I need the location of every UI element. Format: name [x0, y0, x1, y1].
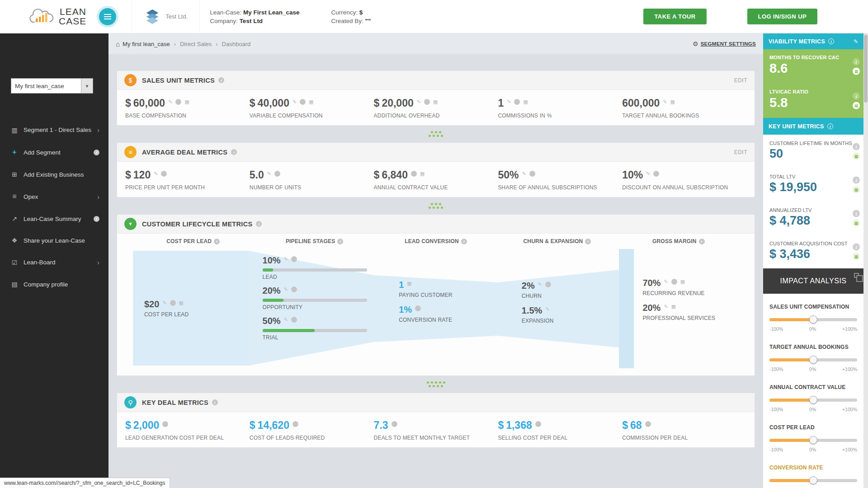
drag-handle[interactable] [422, 203, 449, 209]
info-icon[interactable] [291, 286, 297, 292]
slider-thumb[interactable] [809, 315, 817, 324]
sidebar-item-share-lean-case[interactable]: Share your Lean-Case [0, 230, 108, 251]
sidebar-item-add-existing-business[interactable]: Add Existing Business [0, 164, 108, 185]
sidebar-item-lean-board[interactable]: Lean-Board [0, 251, 108, 273]
cost-per-lead-slider[interactable] [769, 435, 857, 445]
pencil-icon[interactable] [284, 256, 288, 262]
chart-icon[interactable] [853, 220, 860, 227]
info-icon[interactable] [218, 77, 224, 83]
chart-icon[interactable] [680, 279, 685, 285]
chart-icon[interactable] [420, 171, 425, 177]
info-icon[interactable] [292, 421, 298, 427]
lean-case-select[interactable]: My first lean_case [11, 78, 93, 94]
sidebar-item-lean-case-summary[interactable]: Lean-Case Summary [0, 208, 108, 230]
info-icon[interactable] [645, 421, 651, 427]
take-a-tour-button[interactable]: TAKE A TOUR [643, 9, 706, 24]
info-icon[interactable] [514, 99, 520, 105]
chart-icon[interactable] [184, 99, 189, 105]
pencil-icon[interactable] [538, 282, 542, 287]
info-icon[interactable]: i [853, 177, 860, 184]
info-icon[interactable] [828, 38, 834, 44]
chart-icon[interactable] [671, 304, 676, 310]
pencil-icon[interactable] [646, 171, 650, 177]
info-icon[interactable] [535, 421, 541, 427]
info-icon[interactable] [214, 239, 220, 244]
info-icon[interactable] [94, 216, 99, 222]
annual-contract-value-slider[interactable] [769, 395, 857, 405]
info-icon[interactable] [411, 171, 417, 177]
pencil-icon[interactable] [417, 99, 421, 105]
target-annual-bookings-slider[interactable] [769, 355, 857, 365]
pencil-icon[interactable] [168, 99, 172, 105]
pencil-icon[interactable] [664, 304, 668, 310]
info-icon[interactable] [231, 149, 237, 155]
info-icon[interactable] [415, 305, 421, 311]
chart-icon[interactable] [853, 68, 860, 75]
pencil-icon[interactable] [664, 279, 668, 285]
info-icon[interactable]: i [853, 93, 860, 100]
pencil-icon[interactable] [545, 306, 549, 312]
chart-icon[interactable] [853, 253, 860, 260]
info-icon[interactable]: i [853, 143, 860, 150]
info-icon[interactable] [653, 171, 659, 177]
info-icon[interactable] [94, 150, 99, 155]
info-icon[interactable] [585, 239, 591, 244]
pencil-icon[interactable] [663, 99, 667, 105]
home-icon[interactable] [116, 40, 120, 48]
layers-icon[interactable] [854, 273, 859, 278]
sidebar-item-company-profile[interactable]: Company profile [0, 273, 108, 295]
chart-icon[interactable] [407, 281, 411, 286]
chart-icon[interactable] [670, 99, 675, 105]
sales-unit-compensation-slider[interactable] [769, 314, 857, 324]
slider-thumb[interactable] [809, 396, 817, 404]
pencil-icon[interactable] [267, 171, 271, 177]
pencil-icon[interactable] [292, 99, 297, 105]
edit-button[interactable]: EDIT [734, 77, 747, 84]
info-icon[interactable] [175, 99, 181, 105]
info-icon[interactable] [529, 171, 535, 177]
info-icon[interactable] [256, 221, 262, 227]
scrollbar-thumb[interactable] [864, 35, 868, 103]
info-icon[interactable] [291, 317, 297, 323]
slider-thumb[interactable] [809, 476, 817, 484]
info-icon[interactable] [424, 99, 430, 105]
pencil-icon[interactable] [522, 171, 526, 177]
select-caret-icon[interactable] [81, 79, 93, 93]
pencil-icon[interactable] [284, 317, 288, 323]
page-scrollbar[interactable] [863, 33, 868, 488]
chart-icon[interactable] [523, 99, 528, 105]
breadcrumb-root[interactable]: My first lean_case [123, 41, 170, 47]
conversion-rate-slider[interactable] [769, 475, 857, 485]
info-icon[interactable] [392, 421, 397, 427]
info-icon[interactable] [212, 399, 218, 405]
sidebar-item-add-segment[interactable]: Add Segment [0, 141, 108, 164]
sidebar-item-segment-1[interactable]: Segment 1 - Direct Sales [0, 119, 108, 141]
info-icon[interactable]: i [853, 244, 860, 251]
app-logo[interactable]: LEAN CASE [0, 7, 86, 26]
slider-thumb[interactable] [809, 436, 817, 444]
info-icon[interactable] [161, 171, 167, 177]
segment-settings-button[interactable]: SEGMENT SETTINGS [693, 40, 756, 47]
login-signup-button[interactable]: LOG IN/SIGN UP [747, 9, 817, 24]
chart-icon[interactable] [433, 99, 438, 105]
info-icon[interactable] [545, 282, 551, 287]
info-icon[interactable] [291, 256, 297, 262]
info-icon[interactable] [274, 171, 280, 177]
info-icon[interactable] [827, 123, 833, 129]
pencil-icon[interactable] [162, 300, 166, 306]
info-icon[interactable]: i [853, 210, 860, 217]
sidebar-item-opex[interactable]: Opex [0, 185, 108, 208]
info-icon[interactable] [671, 279, 677, 285]
info-icon[interactable]: i [853, 58, 860, 66]
chart-icon[interactable] [179, 300, 184, 306]
pencil-icon[interactable] [284, 286, 288, 292]
chart-icon[interactable] [853, 153, 860, 160]
drag-handle[interactable] [422, 131, 449, 137]
drag-handle[interactable] [422, 381, 449, 387]
pencil-icon[interactable] [154, 171, 158, 177]
pencil-icon[interactable] [854, 38, 858, 45]
chart-icon[interactable] [853, 102, 860, 109]
chart-icon[interactable] [853, 186, 860, 193]
chart-icon[interactable] [309, 99, 313, 105]
menu-button[interactable] [99, 8, 116, 25]
